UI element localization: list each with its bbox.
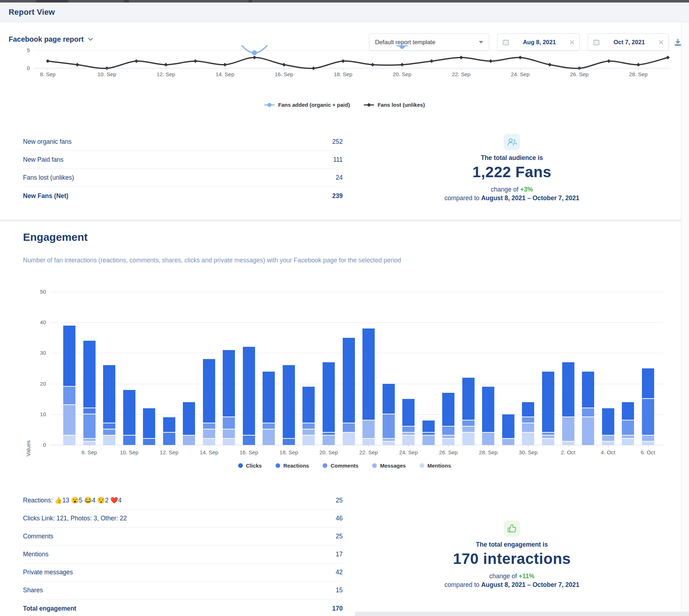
bar-segment-clicks (562, 362, 574, 417)
bar-segment-mentions (362, 439, 375, 445)
window-edge-mark (36, 0, 68, 3)
bar-segment-mentions (302, 436, 315, 445)
xtick-label: 6. Oct (633, 449, 663, 455)
legend-dot (276, 463, 280, 468)
change-percent: +11% (519, 573, 535, 580)
bar-segment-messages (442, 436, 454, 439)
bar-segment-messages (542, 436, 554, 439)
bar-segment-reactions (323, 433, 335, 436)
bar-segment-mentions (442, 439, 454, 445)
row-value: 239 (332, 192, 343, 200)
xtick (448, 445, 449, 447)
svg-text:12. Sep: 12. Sep (157, 71, 175, 77)
change-percent: +3% (520, 186, 533, 193)
engagement-summary-card: The total engagement is 170 interactions… (356, 520, 668, 589)
legend-item-clicks[interactable]: Clicks (238, 463, 262, 469)
bar-segment-clicks (283, 365, 295, 438)
bar-segment-messages (462, 427, 475, 433)
legend-item-reactions[interactable]: Reactions (276, 463, 309, 469)
row-label: Clicks Link: 121, Photos: 3, Other: 22 (23, 515, 127, 522)
line-diamond-marker-icon (364, 102, 374, 107)
bar-segment-clicks (642, 368, 654, 399)
bar-segment-messages (502, 439, 514, 445)
svg-text:5: 5 (27, 47, 30, 53)
row-value: 15 (336, 587, 343, 594)
bar-segment-clicks (83, 341, 96, 408)
row-label: Reactions: 👍13 😮5 😂4 😯2 ❤️4 (23, 497, 122, 504)
table-row: Private messages 42 (23, 564, 343, 581)
bar-segment-reactions (243, 436, 255, 445)
bar-segment-messages (263, 429, 275, 445)
legend-label: Fans added (organic + paid) (278, 102, 350, 108)
gridline (50, 292, 663, 292)
bar-segment-reactions (123, 436, 135, 445)
bar-segment-comments (103, 429, 115, 436)
vertical-scrollbar-track[interactable] (681, 22, 689, 616)
bar-segment-clicks (183, 402, 195, 436)
bar-segment-clicks (123, 390, 135, 436)
ytick-label: 10 (0, 411, 46, 417)
bar-segment-comments (622, 420, 634, 436)
bar-segment-clicks (602, 408, 614, 436)
bar-segment-reactions (283, 439, 295, 445)
bar-segment-messages (203, 429, 215, 439)
xtick-label: 22. Sep (353, 449, 384, 455)
bar-segment-comments (442, 427, 454, 436)
legend-label: Fans lost (unlikes) (378, 102, 425, 108)
bar-segment-clicks (223, 350, 235, 417)
bar-segment-clicks (582, 372, 594, 408)
engagement-metrics-table: Reactions: 👍13 😮5 😂4 😯2 ❤️4 25 Clicks Li… (23, 492, 343, 616)
bar-segment-clicks (263, 372, 275, 424)
row-value: 252 (332, 138, 343, 146)
bar-segment-clicks (422, 420, 435, 433)
bar-segment-messages (362, 420, 375, 439)
svg-text:28. Sep: 28. Sep (629, 71, 648, 77)
table-row: Shares 15 (23, 581, 343, 599)
bar-segment-messages (422, 436, 435, 445)
ytick-label: 50 (0, 289, 46, 295)
row-value: 42 (336, 569, 343, 576)
people-icon (507, 137, 517, 147)
gridline (50, 353, 663, 353)
legend-item-mentions[interactable]: Mentions (420, 463, 451, 469)
window-edge-mark (124, 0, 129, 3)
table-row-total: New Fans (Net) 239 (23, 187, 343, 205)
bar-segment-mentions (542, 439, 554, 445)
report-view-page: Report View Facebook page report Default… (0, 0, 689, 616)
svg-text:20. Sep: 20. Sep (393, 71, 412, 77)
legend-item-comments[interactable]: Comments (323, 463, 359, 469)
audience-icon-tile (504, 134, 520, 150)
bar-segment-messages (622, 436, 634, 439)
legend-label: Comments (330, 463, 359, 469)
xtick (408, 445, 409, 447)
legend-item-messages[interactable]: Messages (372, 463, 406, 469)
xtick (329, 445, 329, 447)
row-value: 46 (336, 515, 343, 522)
table-row-total: Total engagement 170 (23, 599, 343, 616)
xtick-label: 12. Sep (154, 449, 184, 455)
summary-compared: compared to August 8, 2021 – October 7, … (356, 194, 668, 202)
engagement-chart-legend: Clicks Reactions Comments Messages Menti… (0, 463, 689, 469)
bar-segment-clicks (103, 365, 115, 423)
legend-item-fans-added[interactable]: Fans added (organic + paid) (264, 102, 350, 108)
bar-segment-messages (383, 439, 395, 442)
bar-segment-comments (383, 414, 395, 439)
table-row: Clicks Link: 121, Photos: 3, Other: 22 4… (23, 510, 343, 528)
table-row: New organic fans 252 (23, 133, 343, 151)
bar-segment-clicks (442, 393, 454, 427)
ytick-label: 40 (0, 319, 46, 325)
horizontal-scrollbar-track[interactable] (355, 612, 689, 616)
bar-segment-mentions (83, 442, 96, 445)
table-row: Comments 25 (23, 528, 343, 546)
bar-segment-clicks (362, 328, 375, 420)
bar-segment-messages (323, 436, 335, 445)
xtick (528, 445, 528, 447)
row-value: 25 (336, 533, 343, 540)
table-row: Reactions: 👍13 😮5 😂4 😯2 ❤️4 25 (23, 492, 343, 510)
legend-dot (238, 463, 243, 468)
window-top-edge (0, 0, 689, 3)
compared-range: August 8, 2021 – October 7, 2021 (481, 194, 579, 202)
xtick (129, 445, 130, 447)
window-edge-mark (249, 0, 252, 3)
legend-item-fans-lost[interactable]: Fans lost (unlikes) (364, 102, 425, 108)
